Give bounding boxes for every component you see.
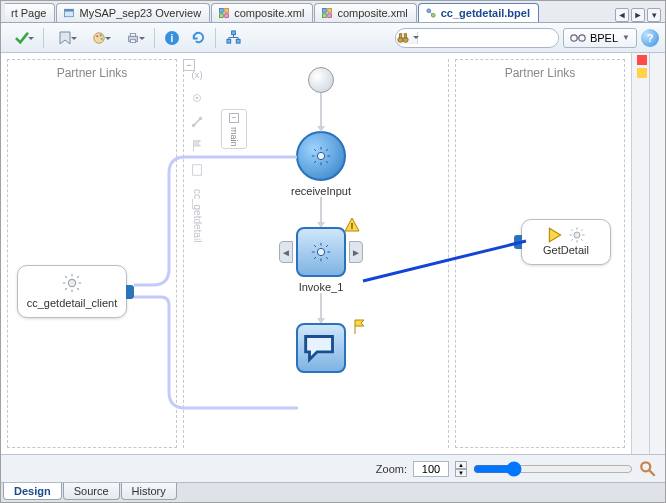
layout-icon (226, 30, 241, 45)
vertical-scrollbar[interactable] (649, 53, 665, 454)
svg-point-41 (641, 462, 650, 471)
bottom-tab-design[interactable]: Design (3, 483, 62, 500)
search-box[interactable] (395, 28, 559, 48)
zoom-label: Zoom: (376, 463, 407, 475)
partner-links-right-header: Partner Links (456, 60, 624, 86)
zoom-spinner: ▲ ▼ (455, 461, 467, 477)
palette-vertical-label: cc_getdetail (192, 189, 203, 242)
invoke-node[interactable] (296, 227, 346, 277)
partner-link-client-label: cc_getdetail_client (27, 297, 118, 309)
zoom-input[interactable] (413, 461, 449, 477)
zoom-bar: Zoom: ▲ ▼ (1, 454, 665, 482)
svg-rect-8 (323, 14, 327, 18)
editor-tab-active[interactable]: cc_getdetail.bpel (418, 3, 539, 22)
main-scope[interactable]: − main (221, 109, 247, 149)
composite-icon (321, 7, 333, 19)
invoke-port-out[interactable]: ► (349, 241, 363, 263)
editor-tab[interactable]: composite.xml (314, 3, 416, 22)
svg-point-14 (100, 34, 102, 36)
gear-icon (61, 272, 83, 294)
info-button[interactable]: i (161, 27, 183, 49)
refresh-button[interactable] (187, 27, 209, 49)
svg-point-36 (317, 152, 324, 159)
scope-label: main (229, 127, 239, 147)
overview-icon (63, 7, 75, 19)
palette-link-icon[interactable] (188, 113, 206, 131)
bottom-tab-source[interactable]: Source (63, 483, 120, 500)
svg-point-32 (196, 97, 199, 100)
gear-icon (568, 226, 586, 244)
palette-gear-icon[interactable] (188, 89, 206, 107)
reply-node-wrap (296, 323, 346, 373)
partner-links-left-header: Partner Links (8, 60, 176, 86)
layout-button[interactable] (222, 27, 244, 49)
tab-label: composite.xml (234, 7, 304, 19)
view-mode-button[interactable]: BPEL ▼ (563, 28, 637, 48)
svg-rect-22 (226, 39, 230, 43)
svg-point-12 (94, 32, 105, 43)
bpel-icon (425, 7, 437, 19)
validate-button[interactable] (7, 27, 37, 49)
refresh-icon (191, 30, 206, 45)
svg-point-39 (68, 279, 75, 286)
print-button[interactable] (118, 27, 148, 49)
invoke-node-wrap: ◄ ► ! (296, 227, 346, 277)
tab-nav: ◄ ► ▾ (615, 8, 665, 22)
bpel-canvas[interactable]: Partner Links Partner Links − (x) cc_get… (1, 53, 631, 454)
editor-tabstrip: rt Page MySAP_sep23 Overview composite.x… (1, 1, 665, 23)
svg-rect-35 (193, 165, 202, 176)
search-input[interactable] (418, 32, 558, 44)
marker-track[interactable] (631, 53, 649, 454)
help-button[interactable]: ? (641, 29, 659, 47)
receive-label: receiveInput (291, 185, 351, 197)
svg-rect-26 (400, 33, 402, 37)
palette-flag-icon[interactable] (188, 137, 206, 155)
palette-var-icon[interactable]: (x) (188, 65, 206, 83)
svg-rect-2 (220, 9, 224, 13)
start-node[interactable] (308, 67, 334, 93)
palette-button[interactable] (84, 27, 114, 49)
invoke-port-in[interactable]: ◄ (279, 241, 293, 263)
binoculars-icon (396, 32, 418, 44)
svg-rect-21 (231, 31, 235, 35)
svg-rect-5 (225, 14, 229, 18)
tab-label: cc_getdetail.bpel (441, 7, 530, 19)
editor-tab[interactable]: MySAP_sep23 Overview (56, 3, 210, 22)
warning-icon: ! (344, 217, 360, 233)
bookmark-button[interactable] (50, 27, 80, 49)
partner-port (126, 285, 134, 299)
reply-node[interactable] (296, 323, 346, 373)
zoom-slider[interactable] (473, 461, 633, 477)
svg-rect-4 (220, 14, 224, 18)
svg-rect-1 (65, 9, 74, 11)
editor-tab[interactable]: composite.xml (211, 3, 313, 22)
receive-node[interactable] (296, 131, 346, 181)
partner-link-getdetail[interactable]: GetDetail (521, 219, 611, 265)
bottom-tabstrip: Design Source History (1, 482, 665, 502)
process-flow: receiveInput ◄ ► ! Invoke_1 (261, 67, 381, 373)
tab-prev-button[interactable]: ◄ (615, 8, 629, 22)
fit-window-icon[interactable] (639, 460, 657, 478)
scope-collapse-icon[interactable]: − (229, 113, 239, 123)
partner-link-client[interactable]: cc_getdetail_client (17, 265, 127, 318)
zoom-up-button[interactable]: ▲ (455, 461, 467, 469)
tab-label: composite.xml (337, 7, 407, 19)
reply-icon (298, 325, 344, 371)
warning-marker[interactable] (637, 68, 647, 78)
partner-port (514, 235, 522, 249)
svg-rect-3 (225, 9, 229, 13)
error-marker[interactable] (637, 55, 647, 65)
gear-icon (310, 145, 332, 167)
flow-connector (320, 93, 322, 131)
tab-list-button[interactable]: ▾ (647, 8, 661, 22)
tab-next-button[interactable]: ► (631, 8, 645, 22)
svg-point-29 (579, 34, 585, 40)
printer-icon (126, 31, 140, 45)
svg-rect-6 (323, 9, 327, 13)
editor-tab[interactable]: rt Page (5, 3, 55, 22)
bottom-tab-history[interactable]: History (121, 483, 177, 500)
svg-rect-27 (405, 33, 407, 37)
palette-doc-icon[interactable] (188, 161, 206, 179)
svg-rect-7 (328, 9, 332, 13)
zoom-down-button[interactable]: ▼ (455, 469, 467, 477)
